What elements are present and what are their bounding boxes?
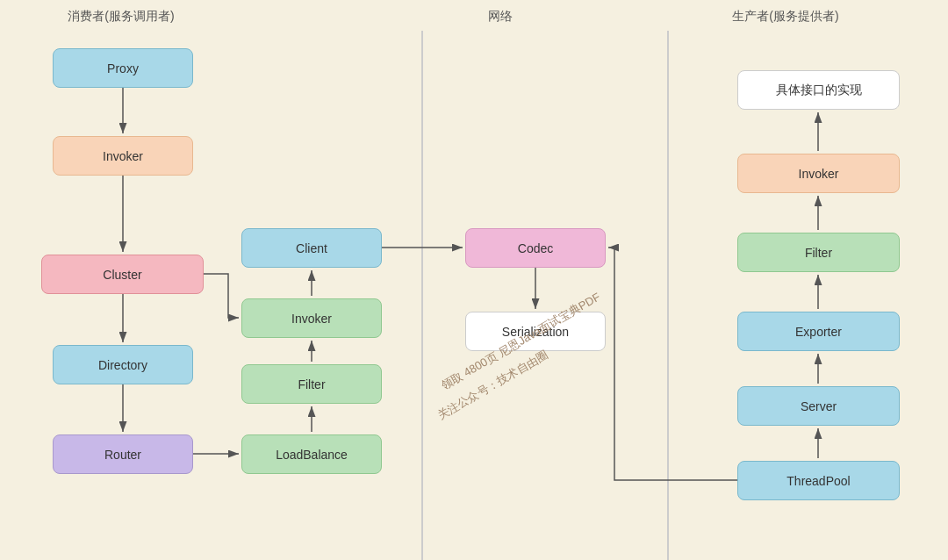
- invoker-client-node: Invoker: [241, 298, 382, 338]
- arrow-threadpool-codec: [608, 248, 737, 480]
- watermark-line2: 关注公众号：技术自由圈: [434, 347, 551, 423]
- threadpool-node: ThreadPool: [737, 461, 900, 500]
- invoker-producer-node: Invoker: [737, 154, 900, 193]
- diagram-container: 消费者(服务调用者) 网络 生产者(服务提供者) Proxy Invoker C…: [0, 0, 948, 560]
- interface-impl-node: 具体接口的实现: [737, 70, 900, 110]
- loadbalance-node: LoadBalance: [241, 434, 382, 474]
- proxy-node: Proxy: [53, 48, 193, 88]
- codec-node: Codec: [465, 228, 606, 268]
- section-producer: 生产者(服务提供者): [650, 9, 922, 25]
- section-network: 网络: [430, 9, 571, 25]
- cluster-node: Cluster: [41, 255, 204, 294]
- exporter-node: Exporter: [737, 312, 900, 351]
- invoker-consumer-node: Invoker: [53, 136, 193, 176]
- directory-node: Directory: [53, 345, 193, 384]
- filter-client-node: Filter: [241, 364, 382, 404]
- server-node: Server: [737, 386, 900, 426]
- arrow-cluster-invoker-client: [204, 274, 239, 318]
- divider-right: [667, 31, 669, 560]
- router-node: Router: [53, 434, 193, 474]
- divider-left: [421, 31, 423, 560]
- section-consumer: 消费者(服务调用者): [25, 9, 218, 25]
- client-node: Client: [241, 228, 382, 268]
- filter-producer-node: Filter: [737, 233, 900, 272]
- serialization-node: Serialization: [465, 312, 606, 351]
